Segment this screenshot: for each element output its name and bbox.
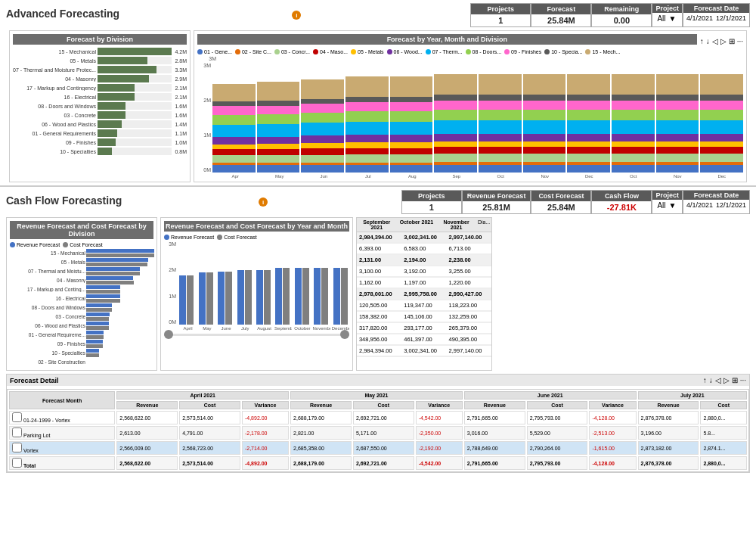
dual-bars-pair xyxy=(86,331,153,339)
down-icon[interactable]: ↓ xyxy=(706,37,710,45)
division-bar-row: 05 - Metals 2.8M xyxy=(13,57,187,64)
th-forecast-month: Forecast Month xyxy=(9,391,115,409)
monthly-bar-group xyxy=(293,268,311,325)
cost-bar xyxy=(86,263,147,266)
th-var2: Variance xyxy=(416,401,463,409)
y-axis: 3M2M1M0M xyxy=(197,63,212,173)
dual-bar-row: 16 - Electrical xyxy=(10,294,153,303)
kpi-remaining-value: 0.00 xyxy=(592,14,651,26)
dual-label: 01 - General Requireme... xyxy=(10,332,85,337)
detail-left-icon[interactable]: ◁ xyxy=(715,376,721,384)
year-month-chart-header: Forecast by Year, Month and Division ↑ ↓… xyxy=(197,34,743,48)
right-data-table: September 2021 October 2021 November 202… xyxy=(356,217,492,371)
bar-label: 10 - Specialties xyxy=(13,149,96,154)
data-cell: 2,568,723.00 xyxy=(179,441,240,455)
stacked-segment xyxy=(612,95,655,100)
data-cell: 2,880,0... xyxy=(700,411,747,424)
stacked-segment xyxy=(257,114,300,124)
row-checkbox[interactable] xyxy=(12,458,22,468)
dual-bars-pair xyxy=(86,267,153,275)
cashflow-month-chart: Revenue Forecast and Cost Forecast by Ye… xyxy=(160,217,353,371)
data-cell: 2,688,179.00 xyxy=(290,456,352,470)
bar-pair xyxy=(179,275,194,325)
data-cell: 2,573,514.00 xyxy=(179,411,240,424)
slider-thumb-right[interactable] xyxy=(340,330,349,339)
rev-bar xyxy=(275,268,282,325)
detail-toolbar[interactable]: ↑ ↓ ◁ ▷ ⊞ ··· xyxy=(703,376,746,384)
month-legend-cost-dot xyxy=(217,235,222,240)
right-cell: 120,505.00 xyxy=(357,300,401,311)
data-cell: -4,128.00 xyxy=(589,456,636,470)
more-icon[interactable]: ··· xyxy=(737,37,743,45)
division-bars: 15 - Mechanical 4.2M 05 - Metals 2.8M 07… xyxy=(13,48,187,155)
right-cell: 6,713.00 xyxy=(447,244,491,254)
bar-value: 2.1M xyxy=(175,95,187,100)
cf-project-dropdown[interactable]: All ▼ xyxy=(652,200,682,211)
division-bar-row: 16 - Electrical 2.1M xyxy=(13,93,187,101)
right-cell: 265,379.00 xyxy=(447,323,491,334)
legend-label: 10 - Specia... xyxy=(551,49,582,54)
detail-right-icon[interactable]: ▷ xyxy=(723,376,730,384)
division-bar-row: 10 - Specialties 0.8M xyxy=(13,148,187,155)
right-cell: 348,956.00 xyxy=(357,334,401,345)
bar-value: 3.3M xyxy=(175,67,187,73)
right-header-sep: September 2021 xyxy=(357,218,397,232)
rev-bar xyxy=(86,312,110,316)
data-cell: 2,874.1... xyxy=(700,441,747,455)
detail-up-icon[interactable]: ↑ xyxy=(703,376,707,384)
bar-container xyxy=(98,148,172,155)
row-checkbox[interactable] xyxy=(12,443,22,452)
kpi-remaining: Remaining 0.00 xyxy=(591,3,652,27)
cf-date-from: 4/1/2021 xyxy=(686,201,713,209)
dropdown-arrow: ▼ xyxy=(669,14,677,23)
stacked-segment xyxy=(523,95,566,100)
detail-more-icon[interactable]: ··· xyxy=(740,376,746,384)
dual-bars-pair xyxy=(86,258,153,266)
detail-filter-icon[interactable]: ⊞ xyxy=(732,376,738,384)
cashflow-header: Cash Flow Forecastingi Projects 1 Revenu… xyxy=(6,190,750,214)
stacked-segment xyxy=(567,134,610,141)
stacked-segment xyxy=(656,95,699,100)
cf-project-filter[interactable]: Project All ▼ xyxy=(652,190,683,214)
detail-down-icon[interactable]: ↓ xyxy=(709,376,713,384)
stacked-segment xyxy=(434,110,477,120)
detail-header-bar: Forecast Detail ↑ ↓ ◁ ▷ ⊞ ··· xyxy=(7,375,749,386)
stacked-bar-group xyxy=(212,84,256,173)
stacked-segment xyxy=(301,135,344,143)
legend-dot xyxy=(274,49,280,54)
right-icon[interactable]: ▷ xyxy=(720,37,727,45)
cf-projects-value: 1 xyxy=(402,201,461,213)
dual-label: 02 - Site Construction xyxy=(10,359,85,365)
detail-tbody: 01-24-1999 - Vortex2,568,622.002,573,514… xyxy=(9,411,747,470)
up-icon[interactable]: ↑ xyxy=(700,37,704,45)
month-slider[interactable] xyxy=(164,334,349,336)
info-icon[interactable]: i xyxy=(292,11,301,20)
legend-dot xyxy=(387,49,392,54)
th-july: July 2021 xyxy=(638,391,747,400)
dual-bars-pair xyxy=(86,322,153,330)
stacked-segment xyxy=(700,154,743,162)
data-cell: 2,566,009.00 xyxy=(116,441,178,455)
month-axis-label: May xyxy=(259,174,302,179)
dual-label: 06 - Wood and Plastics xyxy=(10,323,85,328)
kpi-project-filter[interactable]: Project All ▼ xyxy=(652,3,683,27)
cf-cashflow: Cash Flow -27.81K xyxy=(591,190,652,214)
row-checkbox[interactable] xyxy=(12,428,22,437)
th-var3: Variance xyxy=(589,401,636,409)
cashflow-div-chart: Revenue Forecast and Cost Forecast by Di… xyxy=(6,217,157,371)
th-cost3: Cost xyxy=(527,401,588,409)
slider-thumb-left[interactable] xyxy=(164,330,173,339)
filter-icon[interactable]: ⊞ xyxy=(729,37,735,45)
row-checkbox[interactable] xyxy=(12,412,22,422)
year-month-toolbar[interactable]: ↑ ↓ ◁ ▷ ⊞ ··· xyxy=(700,37,743,45)
project-dropdown[interactable]: All ▼ xyxy=(652,13,682,24)
project-name-cell: 01-24-1999 - Vortex xyxy=(9,411,115,424)
stacked-segment xyxy=(700,141,743,147)
info-icon[interactable]: i xyxy=(259,197,268,207)
bar-label: 07 - Thermal and Moisture Protec... xyxy=(13,67,96,73)
legend-label: 07 - Therm... xyxy=(432,49,463,54)
left-icon[interactable]: ◁ xyxy=(712,37,718,45)
stacked-segment xyxy=(523,74,566,95)
month-legend-rev-label: Revenue Forecast xyxy=(171,235,214,240)
main-container: Advanced Forecastingi Projects 1 Forecas… xyxy=(0,0,756,541)
